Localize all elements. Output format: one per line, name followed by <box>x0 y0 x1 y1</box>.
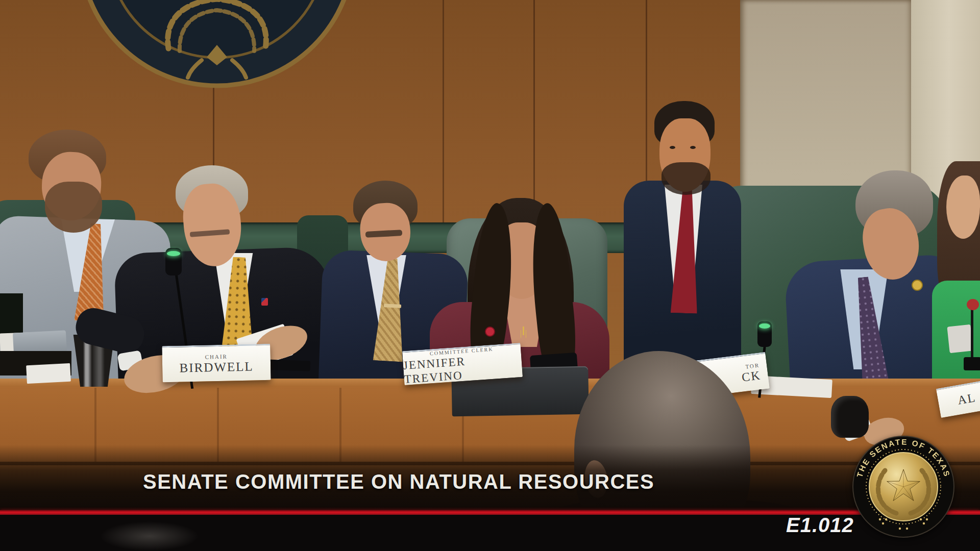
birdwell-flag-pin <box>261 298 268 306</box>
aide-green-face <box>946 176 980 239</box>
papers-left-2 <box>26 363 71 384</box>
nameplate-name: CK <box>741 368 762 384</box>
microphone-red-tip <box>967 299 979 310</box>
bottom-bar-glimpse <box>100 521 199 551</box>
nameplate-name: BIRDWELL <box>179 359 254 374</box>
senator-right-lapel-pin <box>912 280 923 291</box>
microphone-holder <box>265 359 311 371</box>
room-code: E1.012 <box>786 514 854 537</box>
clerk-necklace-cross <box>523 327 524 335</box>
staffer-standing-eye <box>670 146 675 149</box>
wall-seam <box>443 0 444 224</box>
staffer-left-beard <box>45 182 102 233</box>
texas-senate-seal: THE SENATE OF TEXAS <box>852 435 955 538</box>
nameplate-name: AL <box>957 391 977 408</box>
wall-seal <box>54 0 383 99</box>
staffer-standing-beard <box>662 162 710 195</box>
microphone-led-birdwell <box>167 251 180 256</box>
paper-stack-right <box>947 324 973 354</box>
caption-text: SENATE COMMITTEE ON NATURAL RESOURCES <box>143 470 654 493</box>
microphone-clamp-edge <box>964 357 980 370</box>
nameplate-title: CHAIR <box>205 354 227 361</box>
microphone-led-senator <box>759 323 770 329</box>
video-frame: CHAIR BIRDWELL COMMITTEE CLERK JENNIFER … <box>0 0 980 551</box>
nameplate-chair-birdwell: CHAIR BIRDWELL <box>162 344 271 382</box>
clerk-lapel-pin <box>485 327 495 337</box>
staffer-standing-eye <box>690 146 696 149</box>
water-pitcher-right <box>831 396 869 438</box>
